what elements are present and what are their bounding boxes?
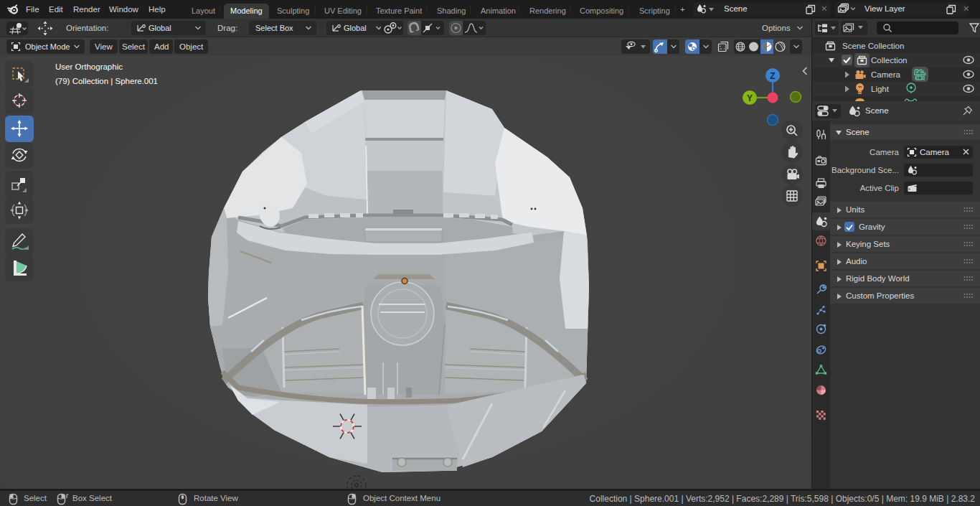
svg-text:Y: Y (747, 93, 753, 103)
svg-text:Z: Z (770, 71, 775, 81)
